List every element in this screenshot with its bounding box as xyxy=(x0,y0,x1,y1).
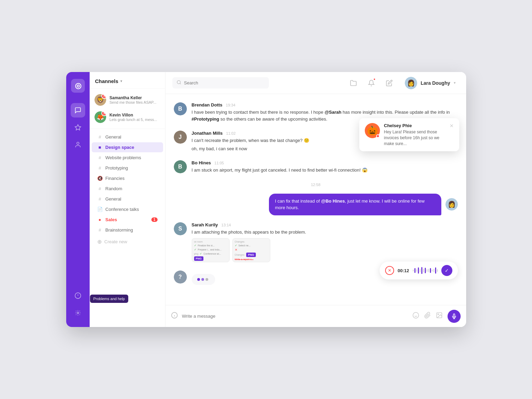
message-group-bo: B Bo Hines 11:05 I am stuck on airport, … xyxy=(174,157,458,178)
channel-hash-icon-brain: # xyxy=(97,227,103,233)
dm-section: 🦁 1 Samantha Keller Send me those files … xyxy=(90,89,165,129)
msg-time-jonathan: 11:02 xyxy=(226,131,236,135)
notif-close-button[interactable]: ✕ xyxy=(450,123,454,129)
msg-avatar-brendan: B xyxy=(174,102,187,115)
channel-item-brainstorming[interactable]: # Brainstorming xyxy=(92,225,163,235)
channel-item-design-space[interactable]: ■ Design space xyxy=(92,142,163,152)
create-new-channel[interactable]: ⊕ Create new xyxy=(92,236,163,248)
nav-help-button[interactable]: Problems and help xyxy=(71,288,85,303)
nav-settings-button[interactable] xyxy=(71,306,85,320)
channel-name-brainstorming: Brainstorming xyxy=(106,227,158,233)
nav-star-button[interactable] xyxy=(71,120,85,135)
wave-bar-15 xyxy=(437,269,438,272)
msg-header-sarah: Sarah Kurily 13:14 xyxy=(192,222,458,227)
dm-avatar-samantha: 🦁 1 xyxy=(94,94,106,106)
channels-header: Channels ▾ xyxy=(90,72,165,89)
channel-item-financies[interactable]: 🔇 Financies xyxy=(92,173,163,183)
svg-point-4 xyxy=(177,81,180,84)
attachments-row: ce room ✓Finalize the si... ✓Prepare i..… xyxy=(192,238,458,262)
dm-preview-samantha: Send me those files ASAP... xyxy=(110,100,160,104)
notif-avatar: 🎃 xyxy=(365,123,380,138)
msg-header-brendan: Brendan Dotts 19:34 xyxy=(192,102,458,108)
channel-item-random[interactable]: # Random xyxy=(92,184,163,194)
channel-name-random: Random xyxy=(106,186,158,191)
folder-button[interactable] xyxy=(348,77,359,89)
msg-avatar-jonathan: J xyxy=(174,131,187,144)
msg-bubble-bo: I am stuck on airport, my flight just go… xyxy=(192,167,458,174)
channel-name-conference: Conference talks xyxy=(106,207,158,212)
svg-point-3 xyxy=(77,312,79,314)
app-logo: ◎ xyxy=(71,79,85,93)
channel-hash-icon-general2: # xyxy=(97,196,103,202)
dm-item-samantha[interactable]: 🦁 1 Samantha Keller Send me those files … xyxy=(90,91,165,109)
channel-hash-icon-design: ■ xyxy=(97,145,103,150)
svg-marker-0 xyxy=(75,125,81,130)
search-bar[interactable] xyxy=(172,77,269,89)
wave-bar-12 xyxy=(432,269,433,272)
typing-dot-3 xyxy=(205,278,208,281)
wave-bar-9 xyxy=(426,269,428,272)
channel-item-prototyping[interactable]: # Prototyping xyxy=(92,163,163,173)
create-new-label: Create new xyxy=(104,239,127,244)
notif-sender-name: Chelsey Phie xyxy=(384,123,445,128)
app-container: ◎ Problems and help Channels xyxy=(66,72,466,327)
nav-chat-button[interactable] xyxy=(71,103,85,117)
notif-content: Chelsey Phie Hey Lara! Please send those… xyxy=(384,123,445,146)
attachment-1[interactable]: ce room ✓Finalize the si... ✓Prepare i..… xyxy=(192,238,230,262)
typing-dot-1 xyxy=(197,278,200,281)
nav-person-button[interactable] xyxy=(71,137,85,152)
msg-avatar-sarah: S xyxy=(174,222,187,235)
channel-item-general1[interactable]: # General xyxy=(92,132,163,142)
search-input[interactable] xyxy=(184,80,265,85)
channels-sidebar: Channels ▾ 🦁 1 Samantha Keller Send me t… xyxy=(90,72,165,327)
own-bubble: I can fix that instead of @Bo Hines, jus… xyxy=(269,194,441,215)
msg-sender-jonathan: Jonathan Mills xyxy=(192,131,223,136)
channels-title: Channels xyxy=(95,78,119,84)
message-input-bar xyxy=(165,305,466,327)
attach-button[interactable] xyxy=(424,312,431,320)
channel-item-conference[interactable]: 📄 Conference talks xyxy=(92,204,163,214)
emoji-button[interactable] xyxy=(412,312,419,320)
typing-dot-2 xyxy=(201,278,204,281)
voice-cancel-button[interactable]: ✕ xyxy=(385,266,394,275)
compose-button[interactable] xyxy=(383,77,395,89)
channel-item-website-problems[interactable]: # Website problems xyxy=(92,153,163,163)
dm-badge-kevin: 3 xyxy=(101,111,106,116)
attachment-2[interactable]: Changes: ✓Select ne... ✕ Changes:PNG Wri… xyxy=(232,238,270,262)
notification-button[interactable] xyxy=(365,77,377,89)
msg-header-bo: Bo Hines 11:05 xyxy=(192,160,458,165)
info-button[interactable] xyxy=(171,312,178,320)
dm-item-kevin[interactable]: 🦊 3 Kevin Villon Lets grab lunch at 5, m… xyxy=(90,109,165,126)
image-button[interactable] xyxy=(436,312,443,320)
notif-message: Hey Lara! Please send those invoices bef… xyxy=(384,129,445,146)
dm-info-samantha: Samantha Keller Send me those files ASAP… xyxy=(110,95,160,104)
user-profile[interactable]: 👩 Lara Doughy ▾ xyxy=(401,75,459,91)
dm-badge-samantha: 1 xyxy=(101,94,106,99)
svg-point-6 xyxy=(413,313,419,318)
voice-waveform xyxy=(413,266,438,275)
chat-header: 👩 Lara Doughy ▾ xyxy=(165,72,466,94)
wave-bar-14 xyxy=(435,267,436,274)
channel-name-prototyping: Prototyping xyxy=(106,165,158,171)
nav-icons xyxy=(71,103,85,288)
wave-bar-2 xyxy=(414,268,415,273)
wave-bar-1 xyxy=(413,269,414,272)
channel-badge-sales: 1 xyxy=(151,217,158,222)
mic-button[interactable] xyxy=(448,310,461,323)
main-chat: 👩 Lara Doughy ▾ B Brendan Dotts 19:34 xyxy=(165,72,466,327)
problems-help-tooltip: Problems and help xyxy=(90,295,129,303)
msg-bubble-sarah: I am attaching the photos, this appears … xyxy=(192,229,458,236)
messages-area[interactable]: B Brendan Dotts 19:34 I have been trying… xyxy=(165,94,466,305)
wave-bar-10 xyxy=(428,269,429,272)
channel-item-sales[interactable]: ● Sales 1 xyxy=(92,215,163,225)
channel-hash-icon-website: # xyxy=(97,155,103,160)
channel-item-general2[interactable]: # General xyxy=(92,194,163,204)
channel-hash-icon: # xyxy=(97,134,103,140)
wave-bar-6 xyxy=(421,267,422,274)
voice-send-button[interactable]: ✓ xyxy=(441,265,452,276)
msg-sender-bo: Bo Hines xyxy=(192,160,211,165)
profile-chevron-icon: ▾ xyxy=(454,81,456,85)
message-input[interactable] xyxy=(182,314,408,319)
profile-name: Lara Doughy xyxy=(421,80,450,86)
notification-dot xyxy=(373,78,376,81)
